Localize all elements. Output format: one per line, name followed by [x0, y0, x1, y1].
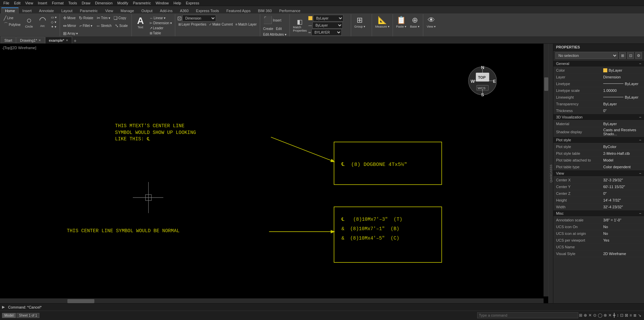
menu-draw[interactable]: Draw: [80, 1, 92, 5]
tab-insert[interactable]: Insert: [19, 8, 35, 13]
menu-modify[interactable]: Modify: [115, 1, 130, 5]
btn-move[interactable]: ✛ Move: [62, 15, 76, 21]
btn-make-current[interactable]: ✓ Make Current: [208, 22, 234, 27]
tab-annotate[interactable]: Annotate: [35, 8, 58, 13]
btn-scale[interactable]: ⤡ Scale: [114, 23, 129, 29]
color-dropdown[interactable]: ByLayer: [313, 15, 343, 22]
btn-leader[interactable]: ↗ Leader: [149, 26, 173, 30]
tab-expresstools[interactable]: Express Tools: [192, 8, 223, 13]
menu-tools[interactable]: Tools: [66, 1, 79, 5]
btn-layer-properties[interactable]: ⊞ Layer Properties: [177, 22, 207, 27]
vertical-scrollbar[interactable]: [544, 44, 548, 296]
btn-fillet[interactable]: ⌐ Fillet ▾: [79, 23, 94, 29]
menu-file[interactable]: File: [1, 1, 11, 5]
ducs-icon[interactable]: ✕: [608, 313, 612, 318]
selection-dropdown[interactable]: No selection: [555, 52, 618, 59]
btn-rotate[interactable]: ↻ Rotate: [78, 15, 94, 21]
btn-array[interactable]: ⊞ Array ▾: [62, 31, 79, 36]
tab-manage[interactable]: Manage: [117, 8, 138, 13]
sc-icon[interactable]: ≡: [629, 313, 633, 318]
menu-express[interactable]: Express: [184, 1, 201, 5]
snap-icon[interactable]: ⊞: [578, 313, 583, 318]
btn-gradient[interactable]: ✦ ▾: [50, 25, 58, 29]
btn-insert[interactable]: ⬛ Insert: [262, 15, 282, 25]
btn-measure[interactable]: 📐 Measure ▾: [374, 15, 391, 29]
tab-start[interactable]: Start: [1, 37, 16, 43]
otrack-icon[interactable]: ⊗: [603, 313, 608, 318]
command-input[interactable]: [477, 312, 578, 318]
menu-window[interactable]: Window: [154, 1, 171, 5]
btn-base[interactable]: ⊕ Base ▾: [409, 15, 421, 29]
model-tab-sheet1[interactable]: Sheet 1 of 1: [17, 313, 39, 318]
drawing-area[interactable]: -[Top][2D Wireframe] THIS MTEXT'S CENTER…: [0, 44, 553, 303]
anno-icon[interactable]: ≣: [633, 313, 637, 318]
btn-edit-block[interactable]: Edit: [275, 27, 283, 31]
btn-group[interactable]: ⊞ Group ▾: [353, 15, 366, 29]
tab-parametric[interactable]: Parametric: [76, 8, 101, 13]
btn-text-big[interactable]: A Text: [134, 15, 147, 30]
model-tab-model[interactable]: Model: [2, 313, 16, 318]
dyn-icon[interactable]: ╋: [612, 313, 616, 318]
horizontal-scrollbar[interactable]: [0, 298, 544, 303]
btn-view-dropdown[interactable]: 👁 View ▾: [425, 15, 437, 29]
grid-icon[interactable]: ⊕: [583, 313, 588, 318]
tab-output[interactable]: Output: [138, 8, 156, 13]
lineweight-dropdown[interactable]: BYLAYER: [311, 29, 342, 36]
osnap-icon[interactable]: ◯: [597, 313, 603, 318]
tab-example[interactable]: example* ✕: [45, 37, 72, 43]
tab-drawing1[interactable]: Drawing1* ✕: [16, 37, 45, 43]
btn-paste[interactable]: 📋 Paste ▾: [395, 15, 407, 29]
quickcass-panel[interactable]: QuickCASSS: [548, 44, 553, 303]
section-general[interactable]: General −: [553, 61, 644, 67]
menu-insert[interactable]: Insert: [36, 1, 49, 5]
ws-icon[interactable]: ↘: [637, 313, 642, 318]
menu-dimension[interactable]: Dimension: [93, 1, 115, 5]
btn-create-block[interactable]: Create: [262, 27, 274, 31]
ortho-icon[interactable]: ✕: [588, 313, 592, 318]
btn-linear-dropdown[interactable]: ↔ Linear ▾: [149, 16, 173, 20]
section-3dviz[interactable]: 3D Visualization −: [553, 114, 644, 120]
btn-trim[interactable]: ✂ Trim ▾: [96, 15, 111, 21]
linetype-dropdown[interactable]: ByLayer: [312, 22, 343, 29]
menu-help[interactable]: Help: [172, 1, 183, 5]
tab-example-close[interactable]: ✕: [66, 39, 68, 42]
section-misc[interactable]: Misc −: [553, 210, 644, 217]
tab-view[interactable]: View: [101, 8, 117, 13]
polar-icon[interactable]: ⊙: [592, 313, 597, 318]
prop-icon-2[interactable]: ⊡: [627, 52, 634, 59]
btn-match-properties[interactable]: ◧ MatchProperties: [292, 17, 308, 33]
menu-format[interactable]: Format: [50, 1, 66, 5]
tab-add-button[interactable]: +: [72, 38, 78, 43]
section-view[interactable]: View −: [553, 170, 644, 177]
menu-parametric[interactable]: Parametric: [131, 1, 153, 5]
btn-stretch[interactable]: ↔ Stretch: [95, 23, 113, 29]
btn-arc[interactable]: ◠ Arc: [36, 15, 49, 28]
btn-dimension-dropdown[interactable]: ⊢ Dimension ▾: [149, 21, 173, 25]
tab-layout[interactable]: Layout: [58, 8, 76, 13]
tab-addins[interactable]: Add-ins: [156, 8, 176, 13]
qp-icon[interactable]: ⊠: [624, 313, 629, 318]
layer-dropdown[interactable]: Dimension: [182, 15, 216, 22]
tab-a360[interactable]: A360: [176, 8, 192, 13]
lw-icon[interactable]: ↕: [616, 313, 619, 318]
btn-mirror[interactable]: ⇔ Mirror: [62, 23, 77, 29]
tab-home[interactable]: Home: [1, 7, 19, 13]
btn-match-layer[interactable]: ≡ Match Layer: [235, 22, 258, 27]
tp-icon[interactable]: ⊡: [619, 313, 624, 318]
tab-drawing1-close[interactable]: ✕: [38, 39, 41, 42]
prop-icon-1[interactable]: ⊞: [619, 52, 626, 59]
btn-copy[interactable]: ❏ Copy: [113, 15, 127, 21]
btn-table[interactable]: ⊞ Table: [149, 31, 173, 35]
tab-bim360[interactable]: BIM 360: [254, 8, 275, 13]
tab-performance[interactable]: Performance: [275, 8, 304, 13]
btn-circle[interactable]: ○ Circle: [23, 15, 35, 29]
btn-hatch[interactable]: ◇ ▾: [50, 20, 58, 24]
btn-rect[interactable]: ▭ ▾: [50, 15, 58, 20]
btn-line[interactable]: ╱ Line: [3, 15, 22, 21]
btn-polyline[interactable]: ⌒ Polyline: [3, 21, 22, 28]
prop-icon-3[interactable]: ⚙: [635, 52, 642, 59]
menu-view[interactable]: View: [23, 1, 35, 5]
section-plotstyle[interactable]: Plot style −: [553, 137, 644, 143]
tab-featuredapps[interactable]: Featured Apps: [223, 8, 254, 13]
menu-edit[interactable]: Edit: [12, 1, 23, 5]
